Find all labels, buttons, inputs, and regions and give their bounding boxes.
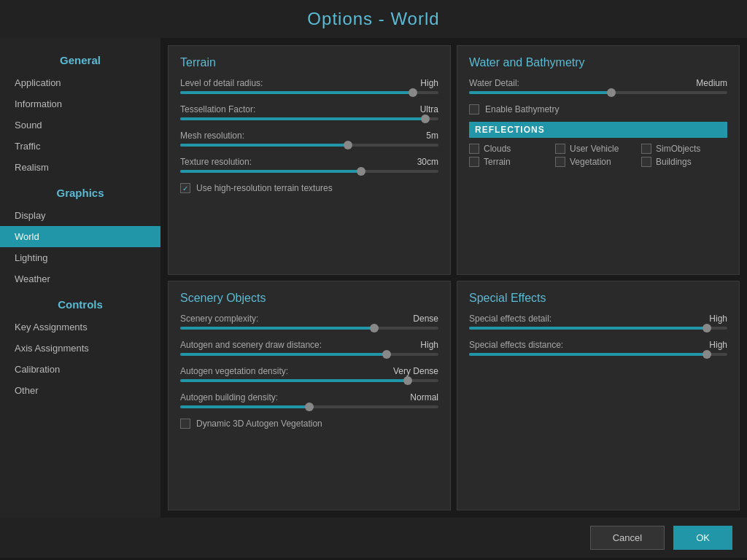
bldg-density-label: Autogen building density: [180,392,278,402]
special-effects-title: Special Effects [469,292,727,305]
water-detail-slider[interactable] [469,91,727,94]
water-detail-label: Water Detail: [469,78,519,88]
tess-slider[interactable] [180,117,438,120]
veg-density-slider[interactable] [180,379,438,382]
hires-checkbox[interactable]: ✓ [180,183,190,193]
lod-slider[interactable] [180,91,438,94]
reflection-clouds[interactable]: Clouds [469,144,555,154]
reflection-uv-label: User Vehicle [570,144,619,154]
reflection-clouds-checkbox[interactable] [469,144,479,154]
tess-value: Ultra [420,104,438,114]
reflection-veg-checkbox[interactable] [555,157,565,167]
hires-checkbox-row[interactable]: ✓ Use high-resolution terrain textures [180,183,438,193]
complexity-label: Scenery complexity: [180,314,258,324]
controls-header: Controls [0,289,160,316]
complexity-value: Dense [413,314,438,324]
reflection-user-vehicle[interactable]: User Vehicle [555,144,641,154]
draw-distance-label: Autogen and scenery draw distance: [180,340,322,350]
draw-distance-slider-row: Autogen and scenery draw distance: High [180,340,438,356]
sidebar-item-calibration[interactable]: Calibration [0,359,160,380]
mesh-slider[interactable] [180,144,438,147]
reflection-simobjects[interactable]: SimObjects [641,144,727,154]
sidebar-item-application[interactable]: Application [0,72,160,93]
bottom-bar: Cancel OK [0,518,747,558]
dynamic-checkbox[interactable] [180,419,190,429]
water-title: Water and Bathymetry [469,56,727,69]
terrain-panel: Terrain Level of detail radius: High Tes… [168,45,451,275]
bathymetry-checkbox[interactable] [469,104,479,114]
scenery-title: Scenery Objects [180,292,438,305]
reflections-grid: Clouds User Vehicle SimObjects Terrain V… [469,144,727,167]
content-area: Terrain Level of detail radius: High Tes… [160,38,747,518]
water-panel: Water and Bathymetry Water Detail: Mediu… [457,45,740,275]
sidebar-item-information[interactable]: Information [0,93,160,114]
fx-distance-label: Special effects distance: [469,340,563,350]
sidebar-item-display[interactable]: Display [0,205,160,226]
sidebar-item-axis-assignments[interactable]: Axis Assignments [0,338,160,359]
ok-button[interactable]: OK [673,526,732,550]
bldg-density-value: Normal [410,392,438,402]
general-header: General [0,45,160,72]
reflection-terrain-label: Terrain [484,157,511,167]
tess-label: Tessellation Factor: [180,104,255,114]
sidebar-item-lighting[interactable]: Lighting [0,247,160,268]
texture-label: Texture resolution: [180,157,252,167]
bathymetry-label: Enable Bathymetry [485,104,559,114]
fx-detail-slider[interactable] [469,327,727,330]
special-effects-panel: Special Effects Special effects detail: … [457,281,740,510]
dynamic-checkbox-row[interactable]: Dynamic 3D Autogen Vegetation [180,419,438,429]
reflection-vegetation[interactable]: Vegetation [555,157,641,167]
reflection-terrain[interactable]: Terrain [469,157,555,167]
dynamic-label: Dynamic 3D Autogen Vegetation [196,419,322,429]
mesh-slider-row: Mesh resolution: 5m [180,131,438,147]
veg-density-value: Very Dense [393,366,438,376]
sidebar-item-key-assignments[interactable]: Key Assignments [0,316,160,338]
fx-distance-slider[interactable] [469,353,727,356]
reflection-uv-checkbox[interactable] [555,144,565,154]
scenery-panel: Scenery Objects Scenery complexity: Dens… [168,281,451,510]
lod-slider-row: Level of detail radius: High [180,78,438,94]
sidebar-item-sound[interactable]: Sound [0,114,160,136]
reflection-clouds-label: Clouds [484,144,511,154]
cancel-button[interactable]: Cancel [590,526,665,550]
texture-slider[interactable] [180,170,438,173]
fx-distance-value: High [709,340,727,350]
sidebar: General Application Information Sound Tr… [0,38,160,518]
water-detail-value: Medium [696,78,727,88]
tess-slider-row: Tessellation Factor: Ultra [180,104,438,120]
lod-value: High [420,78,438,88]
sidebar-item-weather[interactable]: Weather [0,268,160,289]
draw-distance-slider[interactable] [180,353,438,356]
sidebar-item-traffic[interactable]: Traffic [0,136,160,157]
bldg-density-slider-row: Autogen building density: Normal [180,392,438,408]
reflection-so-checkbox[interactable] [641,144,651,154]
bathymetry-checkbox-row[interactable]: Enable Bathymetry [469,104,727,114]
veg-density-slider-row: Autogen vegetation density: Very Dense [180,366,438,382]
reflection-bldg-checkbox[interactable] [641,157,651,167]
reflection-terrain-checkbox[interactable] [469,157,479,167]
bldg-density-slider[interactable] [180,405,438,408]
hires-label: Use high-resolution terrain textures [196,183,333,193]
sidebar-item-realism[interactable]: Realism [0,157,160,178]
fx-detail-value: High [709,314,727,324]
lod-label: Level of detail radius: [180,78,263,88]
water-detail-slider-row: Water Detail: Medium [469,78,727,94]
fx-detail-slider-row: Special effects detail: High [469,314,727,330]
reflections-header: REFLECTIONS [469,122,727,138]
complexity-slider[interactable] [180,327,438,330]
terrain-title: Terrain [180,56,438,69]
reflection-buildings[interactable]: Buildings [641,157,727,167]
reflection-veg-label: Vegetation [570,157,611,167]
complexity-slider-row: Scenery complexity: Dense [180,314,438,330]
texture-slider-row: Texture resolution: 30cm [180,157,438,173]
sidebar-item-world[interactable]: World [0,226,160,247]
page-title: Options - World [0,0,747,38]
texture-value: 30cm [417,157,438,167]
sidebar-item-other[interactable]: Other [0,380,160,401]
mesh-label: Mesh resolution: [180,131,244,141]
mesh-value: 5m [426,131,438,141]
graphics-header: Graphics [0,178,160,205]
draw-distance-value: High [420,340,438,350]
veg-density-label: Autogen vegetation density: [180,366,288,376]
reflection-bldg-label: Buildings [656,157,692,167]
